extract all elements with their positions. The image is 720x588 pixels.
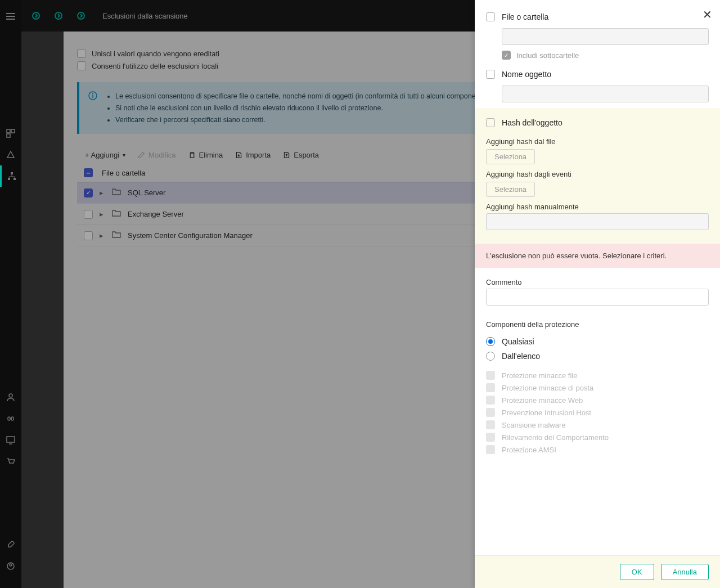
checkbox-icon (486, 408, 495, 417)
component-item: Scansione malware (486, 419, 709, 431)
svg-rect-6 (11, 172, 13, 174)
menu-icon[interactable] (0, 6, 21, 27)
option-label: Hash dell'oggetto (502, 118, 562, 127)
cart-icon[interactable] (0, 451, 21, 472)
option-label: File o cartella (502, 12, 548, 21)
user-icon[interactable] (0, 387, 21, 408)
option-label: Includi sottocartelle (516, 51, 579, 60)
radio-label: Dall'elenco (502, 352, 540, 361)
object-hash-option[interactable]: Hash dell'oggetto (486, 113, 709, 132)
checkbox-icon (486, 433, 495, 442)
file-or-folder-option[interactable]: File o cartella (486, 7, 709, 26)
dashboard-icon[interactable] (0, 123, 21, 144)
component-item: Prevenzione Intrusioni Host (486, 406, 709, 419)
error-banner: L'esclusione non può essere vuota. Selez… (475, 244, 720, 268)
side-panel: ✕ File o cartella ✓ Includi sottocartell… (475, 0, 720, 588)
alert-icon[interactable] (0, 144, 21, 165)
svg-rect-5 (7, 134, 10, 137)
checkbox-icon[interactable] (486, 118, 495, 127)
component-item: Protezione AMSI (486, 443, 709, 456)
panel-footer: OK Annulla (475, 555, 720, 588)
svg-rect-0 (6, 13, 15, 14)
hash-manual-input[interactable] (486, 213, 709, 230)
radio-any[interactable]: Qualsiasi (486, 334, 709, 349)
object-name-option[interactable]: Nome oggetto (486, 64, 709, 83)
component-item: Protezione minacce file (486, 369, 709, 381)
file-path-input[interactable] (502, 28, 709, 45)
wrench-icon[interactable] (0, 534, 21, 555)
hash-section: Hash dell'oggetto Aggiungi hash dal file… (475, 108, 720, 244)
hierarchy-icon[interactable] (0, 165, 21, 187)
components-list: Protezione minacce file Protezione minac… (486, 369, 709, 456)
cancel-button[interactable]: Annulla (661, 564, 709, 580)
link-icon[interactable] (0, 408, 21, 429)
monitor-icon[interactable] (0, 429, 21, 451)
svg-rect-8 (14, 178, 16, 180)
option-label: Nome oggetto (502, 70, 551, 79)
component-item: Protezione minacce di posta (486, 381, 709, 394)
svg-rect-1 (6, 16, 15, 17)
section-label: Aggiungi hash manualmente (486, 203, 709, 211)
svg-rect-4 (11, 129, 15, 133)
checkbox-icon (486, 383, 495, 392)
radio-icon[interactable] (486, 337, 495, 346)
svg-point-9 (9, 394, 12, 397)
comment-input[interactable] (486, 289, 709, 306)
checkbox-icon[interactable] (486, 70, 495, 79)
components-title: Componenti della protezione (486, 320, 709, 329)
checkbox-icon (486, 371, 495, 380)
radio-label: Qualsiasi (502, 337, 534, 346)
section-label: Aggiungi hash dagli eventi (486, 170, 709, 178)
checkbox-icon[interactable] (486, 12, 495, 21)
component-item: Protezione minacce Web (486, 394, 709, 406)
checkbox-icon (486, 420, 495, 429)
checkbox-icon (486, 445, 495, 454)
include-subfolders-option: ✓ Includi sottocartelle (502, 51, 709, 60)
svg-point-16 (10, 564, 12, 566)
section-label: Aggiungi hash dal file (486, 137, 709, 146)
account-icon[interactable] (0, 555, 21, 577)
select-events-button[interactable]: Seleziona (486, 182, 535, 197)
svg-rect-2 (6, 19, 15, 20)
radio-icon[interactable] (486, 352, 495, 361)
object-name-input[interactable] (502, 86, 709, 102)
checkbox-icon (486, 396, 495, 405)
svg-rect-3 (7, 129, 10, 133)
component-item: Rilevamento del Comportamento (486, 431, 709, 443)
select-file-button[interactable]: Seleziona (486, 149, 535, 164)
nav-sidebar (0, 0, 21, 588)
close-icon[interactable]: ✕ (703, 8, 712, 21)
svg-rect-13 (7, 437, 15, 442)
ok-button[interactable]: OK (620, 564, 654, 580)
checkbox-icon: ✓ (502, 51, 511, 60)
comment-label: Commento (486, 278, 709, 286)
radio-from-list[interactable]: Dall'elenco (486, 349, 709, 363)
svg-rect-7 (8, 178, 10, 180)
